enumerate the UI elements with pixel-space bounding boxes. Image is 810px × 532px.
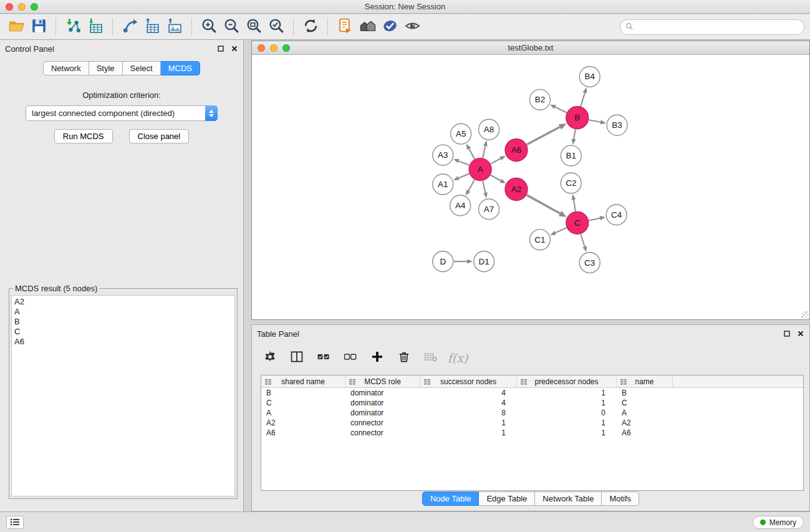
close-table-panel-icon[interactable]	[797, 330, 804, 337]
graph-node[interactable]: B3	[607, 115, 627, 135]
graph-edge[interactable]	[466, 180, 475, 196]
graph-node[interactable]: C2	[561, 173, 581, 193]
network-maximize-icon[interactable]	[282, 44, 290, 52]
graph-node[interactable]: A	[469, 158, 491, 181]
mcds-result-item[interactable]: A2	[14, 297, 232, 307]
graph-node[interactable]: B4	[579, 66, 600, 87]
search-input[interactable]	[637, 22, 799, 32]
zoom-in-button[interactable]	[198, 16, 220, 37]
run-mcds-button[interactable]: Run MCDS	[54, 129, 113, 143]
trash-button[interactable]	[396, 349, 412, 367]
table-cell[interactable]: A2	[261, 418, 345, 428]
graph-node[interactable]: A7	[479, 199, 499, 220]
table-row[interactable]: Cdominator41C	[261, 398, 803, 408]
graph-edge[interactable]	[454, 259, 473, 264]
graph-node[interactable]: A6	[505, 139, 528, 162]
resize-grip[interactable]	[801, 311, 809, 319]
column-header-MCDS-role[interactable]: MCDS role	[345, 375, 420, 387]
export-table-button[interactable]	[141, 16, 163, 37]
add-button[interactable]	[369, 349, 385, 367]
graph-edge[interactable]	[571, 194, 576, 211]
graph-edge[interactable]	[491, 156, 506, 164]
export-network-button[interactable]	[118, 16, 141, 37]
dropdown-stepper-icon[interactable]	[205, 105, 218, 121]
table-cell[interactable]: 1	[517, 418, 617, 428]
memory-button[interactable]: Memory	[753, 516, 804, 529]
open-folder-button[interactable]	[5, 16, 27, 37]
table-cell[interactable]: A	[261, 408, 345, 418]
graph-edge[interactable]	[550, 105, 567, 113]
graph-edge[interactable]	[491, 175, 506, 183]
graph-edge[interactable]	[550, 228, 566, 235]
badge-button[interactable]	[378, 16, 401, 37]
graph-edge[interactable]	[589, 120, 606, 124]
table-cell[interactable]: 4	[420, 398, 517, 408]
eye-button[interactable]	[401, 16, 423, 37]
table-cell[interactable]: A	[617, 408, 673, 418]
table-cell[interactable]: B	[261, 388, 345, 398]
graph-edge[interactable]	[581, 87, 587, 107]
network-document-button[interactable]	[334, 16, 356, 37]
table-cell[interactable]: C	[617, 398, 673, 408]
table-row[interactable]: A2connector11A2	[261, 418, 803, 428]
float-table-panel-icon[interactable]	[783, 330, 791, 337]
table-cell[interactable]: A6	[617, 428, 673, 438]
graph-node[interactable]: A8	[479, 119, 499, 140]
fx-button[interactable]: f(x)	[450, 349, 466, 367]
network-canvas[interactable]: B4B2BB3A8A5A6A3B1AC2A1A2A4A7C4CC1C3DD1	[252, 56, 809, 319]
table-cell[interactable]: 0	[517, 408, 617, 418]
import-table-button[interactable]	[84, 16, 107, 37]
save-button[interactable]	[27, 16, 50, 37]
table-cell[interactable]: C	[261, 398, 345, 408]
float-panel-icon[interactable]	[217, 45, 224, 52]
column-header-name[interactable]: name	[617, 375, 673, 387]
fullscreen-window-icon[interactable]	[31, 3, 38, 11]
graph-node[interactable]: D1	[474, 251, 494, 272]
graph-node[interactable]: C1	[529, 230, 550, 250]
minimize-window-icon[interactable]	[18, 3, 26, 11]
export-image-button[interactable]	[163, 16, 186, 37]
mcds-result-list[interactable]: A2ABCA6	[11, 295, 235, 496]
task-history-button[interactable]	[6, 516, 24, 529]
table-cell[interactable]: dominator	[345, 398, 420, 408]
graph-edge[interactable]	[527, 195, 567, 217]
graph-node[interactable]: B1	[561, 145, 581, 166]
graph-edge[interactable]	[572, 129, 576, 144]
graph-edge[interactable]	[453, 159, 469, 165]
select-all-button[interactable]	[316, 349, 332, 367]
tab-select[interactable]: Select	[123, 61, 161, 75]
tab-style[interactable]: Style	[89, 61, 123, 75]
unselect-all-button[interactable]	[342, 349, 359, 367]
table-row[interactable]: A6connector11A6	[261, 428, 803, 438]
table-cell[interactable]: 1	[420, 418, 517, 428]
mcds-result-item[interactable]: A	[14, 307, 232, 317]
tab-node-table[interactable]: Node Table	[422, 491, 480, 506]
table-cell[interactable]: 1	[517, 388, 617, 398]
network-close-icon[interactable]	[258, 44, 265, 52]
table-cell[interactable]: 1	[420, 428, 517, 438]
graph-edge[interactable]	[589, 216, 605, 220]
zoom-selected-button[interactable]	[265, 16, 287, 37]
tab-mcds[interactable]: MCDS	[161, 61, 200, 75]
column-header-predecessor-nodes[interactable]: predecessor nodes	[517, 375, 617, 387]
close-panel-button[interactable]: Close panel	[129, 129, 190, 143]
graph-node[interactable]: C3	[579, 253, 600, 273]
network-minimize-icon[interactable]	[270, 44, 277, 52]
table-row[interactable]: Adominator80A	[261, 408, 803, 418]
zoom-out-button[interactable]	[220, 16, 243, 37]
tab-edge-table[interactable]: Edge Table	[479, 491, 535, 506]
table-cell[interactable]: 1	[517, 428, 617, 438]
mcds-result-item[interactable]: A6	[14, 337, 232, 347]
close-panel-icon[interactable]	[231, 45, 238, 52]
tab-network-table[interactable]: Network Table	[535, 491, 602, 506]
table-cell[interactable]: 1	[517, 398, 617, 408]
graph-edge[interactable]	[453, 174, 470, 180]
graph-node[interactable]: A4	[450, 195, 471, 216]
graph-edge[interactable]	[581, 234, 587, 252]
table-cell[interactable]: connector	[345, 428, 420, 438]
graph-node[interactable]: A1	[433, 174, 453, 195]
graph-node[interactable]: A3	[433, 145, 453, 165]
graph-edge[interactable]	[527, 123, 567, 145]
table-cell[interactable]: A2	[617, 418, 673, 428]
graph-node[interactable]: B2	[529, 89, 550, 110]
